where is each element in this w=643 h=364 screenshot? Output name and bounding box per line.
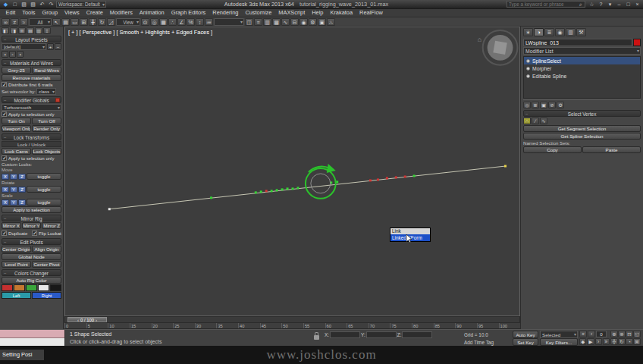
wirecolor-dropdown[interactable]: class — [36, 88, 56, 95]
rotate-z-lock-chip[interactable]: Z — [18, 187, 26, 193]
get-spline-selection-button[interactable]: Get Spline Selection — [523, 133, 641, 140]
rand-wires-button[interactable]: Rand-Wires — [32, 67, 61, 74]
tab-hierarchy[interactable]: ≣ — [544, 28, 554, 36]
dock-icon-4[interactable]: ▤ — [27, 27, 34, 34]
show-end-result-icon[interactable]: ≣ — [532, 102, 539, 108]
undo-icon[interactable]: ↶ — [38, 1, 46, 8]
next-frame-button[interactable]: › — [595, 338, 602, 345]
layer-manager-icon[interactable]: ▥ — [263, 18, 271, 26]
modifier-list-dropdown[interactable]: Modifier List — [523, 47, 641, 55]
maxscript-mini-listener[interactable] — [0, 330, 65, 347]
auto-rig-color-button[interactable]: Auto Rig Color — [2, 277, 61, 284]
paste-selection-button[interactable]: Paste — [582, 146, 641, 153]
select-and-manipulate-icon[interactable]: ◎ — [150, 18, 158, 26]
viewport-only-button[interactable]: Viewport Only — [2, 125, 31, 132]
mirror-y-button[interactable]: Mirror Y — [22, 222, 42, 229]
macro-recorder-line[interactable] — [0, 330, 64, 338]
object-name-field[interactable]: LWspline_013 — [523, 39, 632, 46]
save-preset-button[interactable]: + — [47, 43, 54, 50]
select-by-name-icon[interactable]: ▤ — [61, 18, 70, 26]
dock-icon-3[interactable]: ⊞ — [18, 27, 26, 34]
angle-snap-icon[interactable]: ∠ — [177, 18, 186, 26]
preset-option-button-1[interactable]: ▪ — [2, 51, 8, 58]
curve-editor-icon[interactable]: ∿ — [281, 18, 290, 26]
current-frame-field[interactable] — [596, 331, 607, 337]
make-unique-icon[interactable]: ▣ — [540, 102, 547, 108]
tab-modify[interactable]: ◑ — [534, 28, 544, 36]
delete-preset-button[interactable]: − — [55, 43, 61, 50]
pin-stack-icon[interactable]: ◎ — [523, 102, 531, 108]
turn-on-button[interactable]: Turn On — [2, 118, 31, 124]
menu-item[interactable]: Animation — [136, 9, 168, 17]
center-pivot-button[interactable]: Center Pivot — [32, 261, 61, 268]
menu-item[interactable]: Edit — [2, 9, 19, 17]
select-and-link-icon[interactable]: ∞ — [2, 18, 10, 26]
search-input[interactable] — [507, 2, 577, 8]
schematic-view-icon[interactable]: ⊟ — [290, 18, 299, 26]
select-and-rotate-icon[interactable]: ↻ — [98, 18, 106, 26]
swatch-green[interactable] — [26, 284, 37, 291]
stack-item-splineselect[interactable]: SplineSelect — [524, 57, 640, 64]
minimize-icon[interactable]: – — [615, 1, 623, 8]
dock-icon-5[interactable]: ▥ — [35, 27, 42, 34]
previous-key-arrow[interactable]: ‹ — [77, 318, 79, 322]
modifier-visibility-icon[interactable] — [526, 74, 530, 78]
orbit-icon[interactable]: ↻ — [618, 338, 626, 345]
rollout-modifier-globals[interactable]: −Modifier Globals — [2, 96, 61, 103]
menu-item[interactable]: Graph Editors — [168, 9, 209, 17]
auto-key-button[interactable]: Auto Key — [513, 331, 538, 338]
configure-modifier-icon[interactable]: ⚙ — [557, 102, 564, 108]
rollout-mirror-rig[interactable]: −Mirror Rig — [2, 215, 61, 221]
move-y-lock-chip[interactable]: Y — [10, 174, 17, 180]
named-selection-dropdown[interactable] — [214, 18, 244, 26]
align-origin-button[interactable]: Align Origin — [32, 246, 61, 253]
dock-icon-6[interactable]: ≡ — [43, 27, 51, 34]
mirror-z-button[interactable]: Mirror Z — [42, 222, 61, 229]
preset-option-button-2[interactable]: ▫ — [9, 51, 16, 58]
rotate-lock-toggle-button[interactable]: toggle — [27, 186, 61, 193]
material-editor-icon[interactable]: ◉ — [300, 18, 308, 26]
rollout-materials-and-wires[interactable]: −Materials And Wires — [2, 59, 61, 66]
lock-objects-button[interactable]: Lock Objects — [32, 148, 61, 155]
menu-item[interactable]: Group — [39, 9, 61, 17]
rollout-lock-transforms[interactable]: −Lock Transforms — [2, 133, 61, 140]
time-slider[interactable]: ‹ 0 / 100 › — [64, 316, 520, 323]
zoom-icon[interactable]: ⊕ — [610, 331, 618, 337]
unlink-selection-icon[interactable]: ≠ — [11, 18, 19, 26]
turn-off-button[interactable]: Turn Off — [32, 118, 61, 124]
bind-to-space-warp-icon[interactable]: ≈ — [20, 18, 28, 26]
zoom-all-icon[interactable]: ⊚ — [618, 331, 626, 337]
close-rollout-icon[interactable] — [55, 98, 60, 102]
application-button[interactable]: ◆ — [2, 1, 10, 8]
remove-materials-button[interactable]: Remove materials — [2, 74, 61, 81]
selection-lock-toggle[interactable] — [314, 335, 319, 340]
redo-icon[interactable]: ↷ — [47, 1, 55, 8]
new-scene-icon[interactable]: □ — [11, 1, 19, 8]
rotate-x-lock-chip[interactable]: X — [2, 187, 9, 193]
previous-frame-button[interactable]: ‹ — [588, 331, 595, 337]
menu-item[interactable]: RealFlow — [356, 9, 387, 17]
viewport-label[interactable]: [ + ] [ Perspective ] [ Smooth + Highlig… — [68, 29, 212, 36]
restore-icon[interactable]: □ — [624, 1, 632, 8]
infocenter-star-icon[interactable]: ☆ — [588, 1, 596, 8]
infocenter-menu-icon[interactable]: ▾ — [606, 1, 614, 8]
window-crossing-icon[interactable]: ⊞ — [80, 18, 88, 26]
add-time-tag[interactable]: Add Time Tag — [464, 340, 494, 345]
popup-item-link[interactable]: Link — [391, 228, 430, 234]
mirror-x-button[interactable]: Mirror X — [2, 222, 21, 229]
open-file-icon[interactable]: ▨ — [20, 1, 28, 8]
infocenter-search[interactable]: ⌕ — [507, 1, 585, 8]
pan-icon[interactable]: ╬ — [610, 338, 618, 345]
menu-item[interactable]: Modifiers — [106, 9, 136, 17]
move-z-lock-chip[interactable]: Z — [18, 174, 26, 180]
swatch-black[interactable] — [50, 284, 61, 291]
maximize-viewport-icon[interactable]: ⊠ — [633, 338, 641, 345]
percent-snap-icon[interactable]: % — [187, 18, 195, 26]
segment-subobject-icon[interactable]: ∕ — [532, 118, 539, 124]
layout-preset-dropdown[interactable]: [default] — [2, 43, 46, 50]
remove-modifier-icon[interactable]: ⊘ — [548, 102, 556, 108]
dock-icon-2[interactable]: ◨ — [10, 27, 17, 34]
rollout-select-vertex[interactable]: −Select Vertex — [523, 110, 641, 117]
tab-motion[interactable]: ◉ — [555, 28, 565, 36]
save-file-icon[interactable]: ▧ — [29, 1, 37, 8]
